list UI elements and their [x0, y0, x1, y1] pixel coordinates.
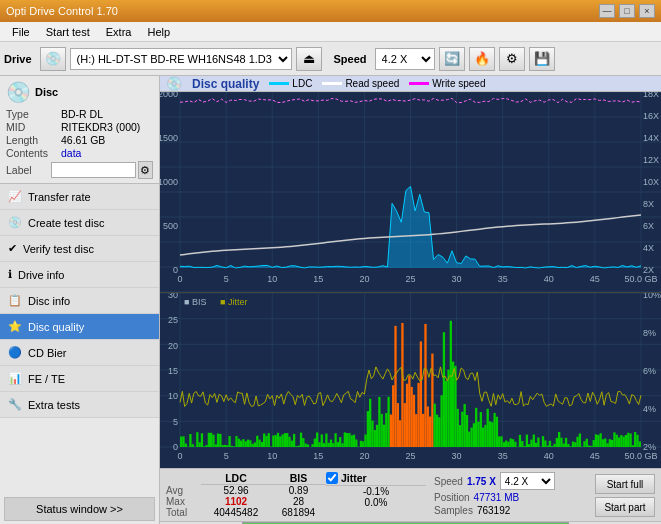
- nav-verify-test-disc-label: Verify test disc: [23, 243, 94, 255]
- legend-ldc-color: [269, 82, 289, 85]
- type-label: Type: [6, 108, 61, 120]
- disc-quality-icon-header: 💿: [166, 76, 182, 91]
- stats-bar: LDC BIS Avg 52.96 0.89 Max 1102 28 Tot: [160, 468, 661, 521]
- menu-start-test[interactable]: Start test: [38, 24, 98, 40]
- ldc-chart: [160, 92, 661, 292]
- main-layout: 💿 Disc Type BD-R DL MID RITEKDR3 (000) L…: [0, 76, 661, 524]
- settings-button[interactable]: ⚙: [499, 47, 525, 71]
- bis-col-header: BIS: [271, 472, 326, 485]
- burn-button[interactable]: 🔥: [469, 47, 495, 71]
- nav-verify-test-disc[interactable]: ✔ Verify test disc: [0, 236, 159, 262]
- speed-row-value: 1.75 X: [467, 476, 496, 487]
- menu-extra[interactable]: Extra: [98, 24, 140, 40]
- nav-drive-info-label: Drive info: [18, 269, 64, 281]
- content-area: 💿 Disc quality LDC Read speed Write spee…: [160, 76, 661, 524]
- total-row-label: Total: [166, 507, 201, 518]
- nav-create-test-disc-label: Create test disc: [28, 217, 104, 229]
- legend-write-speed-label: Write speed: [432, 78, 485, 89]
- position-row-value: 47731 MB: [474, 492, 520, 503]
- verify-test-disc-icon: ✔: [8, 242, 17, 255]
- legend-ldc: LDC: [269, 78, 312, 89]
- type-value: BD-R DL: [61, 108, 103, 120]
- position-row-label: Position: [434, 492, 470, 503]
- toolbar: Drive 💿 (H:) HL-DT-ST BD-RE WH16NS48 1.D…: [0, 42, 661, 76]
- nav-transfer-rate[interactable]: 📈 Transfer rate: [0, 184, 159, 210]
- menu-file[interactable]: File: [4, 24, 38, 40]
- ldc-col-header: LDC: [201, 472, 271, 485]
- drive-info-icon: ℹ: [8, 268, 12, 281]
- jitter-checkbox[interactable]: [326, 472, 338, 484]
- mid-value: RITEKDR3 (000): [61, 121, 140, 133]
- nav-extra-tests[interactable]: 🔧 Extra tests: [0, 392, 159, 418]
- nav-disc-quality-label: Disc quality: [28, 321, 84, 333]
- length-value: 46.61 GB: [61, 134, 105, 146]
- menu-help[interactable]: Help: [139, 24, 178, 40]
- bis-jitter-chart: [160, 293, 661, 468]
- charts-area: [160, 92, 661, 468]
- titlebar-controls: — □ ×: [599, 4, 655, 18]
- status-window-button[interactable]: Status window >>: [4, 497, 155, 521]
- nav-extra-tests-label: Extra tests: [28, 399, 80, 411]
- start-part-button[interactable]: Start part: [595, 497, 655, 517]
- jitter-col-header: Jitter: [341, 472, 367, 484]
- mid-label: MID: [6, 121, 61, 133]
- nav-fe-te-label: FE / TE: [28, 373, 65, 385]
- legend-ldc-label: LDC: [292, 78, 312, 89]
- max-ldc-value: 1102: [201, 496, 271, 507]
- maximize-button[interactable]: □: [619, 4, 635, 18]
- speed-select[interactable]: 4.2 X: [375, 48, 435, 70]
- nav-transfer-rate-label: Transfer rate: [28, 191, 91, 203]
- total-bis-value: 681894: [271, 507, 326, 518]
- sidebar: 💿 Disc Type BD-R DL MID RITEKDR3 (000) L…: [0, 76, 160, 524]
- fe-te-icon: 📊: [8, 372, 22, 385]
- disc-panel: 💿 Disc Type BD-R DL MID RITEKDR3 (000) L…: [0, 76, 159, 184]
- disc-quality-icon: ⭐: [8, 320, 22, 333]
- disc-label-input[interactable]: [51, 162, 136, 178]
- avg-ldc-value: 52.96: [201, 485, 271, 496]
- max-jitter-value: 0.0%: [326, 497, 426, 508]
- disc-icon: 💿: [6, 80, 31, 104]
- titlebar-title: Opti Drive Control 1.70: [6, 5, 118, 17]
- speed-row-select[interactable]: 4.2 X: [500, 472, 555, 490]
- legend-read-speed-color: [322, 82, 342, 85]
- drive-label: Drive: [4, 53, 32, 65]
- start-full-button[interactable]: Start full: [595, 474, 655, 494]
- disc-quality-title: Disc quality: [192, 77, 259, 91]
- drive-select[interactable]: (H:) HL-DT-ST BD-RE WH16NS48 1.D3: [70, 48, 292, 70]
- legend-write-speed: Write speed: [409, 78, 485, 89]
- nav-create-test-disc[interactable]: 💿 Create test disc: [0, 210, 159, 236]
- disc-quality-header: 💿 Disc quality LDC Read speed Write spee…: [160, 76, 661, 92]
- nav-cd-bier-label: CD Bier: [28, 347, 67, 359]
- drive-icon-btn[interactable]: 💿: [40, 47, 66, 71]
- avg-bis-value: 0.89: [271, 485, 326, 496]
- nav-drive-info[interactable]: ℹ Drive info: [0, 262, 159, 288]
- disc-panel-title: Disc: [35, 86, 58, 98]
- length-label: Length: [6, 134, 61, 146]
- save-button[interactable]: 💾: [529, 47, 555, 71]
- total-ldc-value: 40445482: [201, 507, 271, 518]
- samples-row-label: Samples: [434, 505, 473, 516]
- nav-disc-info-label: Disc info: [28, 295, 70, 307]
- nav-cd-bier[interactable]: 🔵 CD Bier: [0, 340, 159, 366]
- eject-button[interactable]: ⏏: [296, 47, 322, 71]
- transfer-rate-icon: 📈: [8, 190, 22, 203]
- avg-row-label: Avg: [166, 485, 201, 496]
- refresh-button[interactable]: 🔄: [439, 47, 465, 71]
- disc-label-button[interactable]: ⚙: [138, 161, 153, 179]
- minimize-button[interactable]: —: [599, 4, 615, 18]
- extra-tests-icon: 🔧: [8, 398, 22, 411]
- speed-row-label: Speed: [434, 476, 463, 487]
- titlebar: Opti Drive Control 1.70 — □ ×: [0, 0, 661, 22]
- menubar: File Start test Extra Help: [0, 22, 661, 42]
- create-test-disc-icon: 💿: [8, 216, 22, 229]
- contents-value: data: [61, 147, 81, 159]
- nav-disc-quality[interactable]: ⭐ Disc quality: [0, 314, 159, 340]
- nav-fe-te[interactable]: 📊 FE / TE: [0, 366, 159, 392]
- max-bis-value: 28: [271, 496, 326, 507]
- legend-read-speed-label: Read speed: [345, 78, 399, 89]
- close-button[interactable]: ×: [639, 4, 655, 18]
- samples-row-value: 763192: [477, 505, 510, 516]
- legend-read-speed: Read speed: [322, 78, 399, 89]
- avg-jitter-value: -0.1%: [326, 486, 426, 497]
- nav-disc-info[interactable]: 📋 Disc info: [0, 288, 159, 314]
